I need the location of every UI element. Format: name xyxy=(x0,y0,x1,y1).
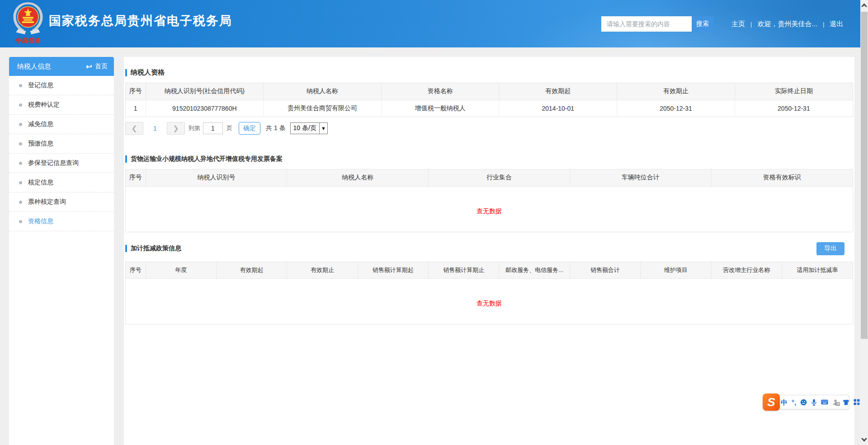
column-header: 邮政服务、电信服务... xyxy=(499,262,570,279)
confirm-page-button[interactable]: 确定 xyxy=(239,122,260,135)
sidebar-item-资格信息[interactable]: 资格信息 xyxy=(9,212,114,231)
sidebar: 纳税人信息 ↩ 首页 登记信息税费种认定减免信息预缴信息参保登记信息查询核定信息… xyxy=(9,57,114,445)
chinese-mode-icon[interactable]: 中 xyxy=(781,399,788,406)
sidebar-item-label: 预缴信息 xyxy=(28,140,53,148)
table-row: 191520102308777860H贵州美佳合商贸有限公司增值税一般纳税人20… xyxy=(126,100,853,117)
welcome-user-text: 欢迎，贵州美佳合... xyxy=(757,20,817,28)
sidebar-item-税费种认定[interactable]: 税费种认定 xyxy=(9,95,114,115)
table-cell: 1 xyxy=(126,100,146,117)
data-table: 序号年度有效期起有效期止销售额计算期起销售额计算期止邮政服务、电信服务...销售… xyxy=(126,262,853,279)
table-cell: 2050-12-31 xyxy=(735,100,853,117)
next-page-button[interactable]: ❯ xyxy=(167,122,185,135)
chevron-down-icon: ▼ xyxy=(319,123,327,134)
no-data-text: 查无数据 xyxy=(126,207,853,215)
sidebar-item-label: 核定信息 xyxy=(28,178,53,187)
export-button[interactable]: 导出 xyxy=(816,242,844,255)
sidebar-item-label: 税费种认定 xyxy=(28,101,60,109)
section-title-freight-transport-filing: 货物运输业小规模纳税人异地代开增值税专用发票备案 xyxy=(125,155,853,163)
freight-transport-table: 序号纳税人识别号纳税人名称行业集合车辆吨位合计资格有效标识 查无数据 xyxy=(125,169,853,232)
column-header: 有效期起 xyxy=(499,83,617,100)
sidebar-home-label: 首页 xyxy=(95,62,108,70)
bullet-icon xyxy=(19,123,22,126)
sidebar-item-参保登记信息查询[interactable]: 参保登记信息查询 xyxy=(9,154,114,173)
nav-separator: | xyxy=(823,21,824,28)
column-header: 资格有效标识 xyxy=(711,169,853,186)
scroll-up-arrow-icon[interactable] xyxy=(860,2,868,9)
prev-page-button[interactable]: ❮ xyxy=(125,122,143,135)
column-header: 销售额计算期止 xyxy=(429,262,499,279)
bullet-icon xyxy=(19,103,22,107)
sidebar-item-预缴信息[interactable]: 预缴信息 xyxy=(9,134,114,154)
column-header: 有效期起 xyxy=(216,262,287,279)
column-header: 纳税人识别号(社会信用代码) xyxy=(146,83,264,100)
column-header: 行业集合 xyxy=(429,169,570,186)
sidebar-item-减免信息[interactable]: 减免信息 xyxy=(9,115,114,134)
table-header-row: 序号年度有效期起有效期止销售额计算期起销售额计算期止邮政服务、电信服务...销售… xyxy=(126,262,853,279)
microphone-icon[interactable] xyxy=(811,399,817,406)
home-link[interactable]: 主页 xyxy=(731,20,745,28)
logo-caption: 中国税务 xyxy=(7,37,49,45)
section-title-text: 货物运输业小规模纳税人异地代开增值税专用发票备案 xyxy=(131,155,283,163)
scrollbar-thumb[interactable] xyxy=(861,12,868,339)
scroll-down-arrow-icon[interactable] xyxy=(860,436,868,443)
site-search: 搜索 xyxy=(601,16,713,32)
title-accent-bar xyxy=(125,69,127,76)
logout-link[interactable]: 退出 xyxy=(830,20,843,28)
page-number-input[interactable] xyxy=(203,122,223,134)
search-input[interactable] xyxy=(601,16,692,32)
sidebar-item-票种核定查询[interactable]: 票种核定查询 xyxy=(9,192,114,212)
page-size-value: 10 条/页 xyxy=(291,124,319,132)
sidebar-item-label: 参保登记信息查询 xyxy=(28,159,79,167)
table-cell: 增值税一般纳税人 xyxy=(381,100,499,117)
column-header: 年度 xyxy=(146,262,216,279)
sogou-logo-icon[interactable]: S xyxy=(763,393,780,411)
sidebar-item-label: 资格信息 xyxy=(28,217,53,225)
sidebar-item-label: 减免信息 xyxy=(28,120,53,128)
column-header: 纳税人名称 xyxy=(287,169,429,186)
table-cell: 2050-12-31 xyxy=(617,100,735,117)
sidebar-item-label: 登记信息 xyxy=(28,81,53,89)
column-header: 有效期止 xyxy=(287,262,358,279)
bullet-icon xyxy=(19,84,22,87)
page-size-select[interactable]: 10 条/页 ▼ xyxy=(290,122,328,134)
keyboard-icon[interactable] xyxy=(821,399,828,405)
sidebar-home-link[interactable]: ↩ 首页 xyxy=(86,62,108,70)
back-arrow-icon: ↩ xyxy=(86,63,92,70)
no-data-text: 查无数据 xyxy=(126,300,853,308)
vertical-scrollbar[interactable] xyxy=(860,0,868,445)
data-table: 序号纳税人识别号(社会信用代码)纳税人名称资格名称有效期起有效期止实际终止日期1… xyxy=(126,83,853,117)
sidebar-item-核定信息[interactable]: 核定信息 xyxy=(9,173,114,192)
section-header-additional-deduction: 加计抵减政策信息 导出 xyxy=(125,242,853,255)
sidebar-item-登记信息[interactable]: 登记信息 xyxy=(9,76,114,95)
title-accent-bar xyxy=(125,245,127,252)
column-header: 车辆吨位合计 xyxy=(570,169,711,186)
section-title-text: 加计抵减政策信息 xyxy=(131,244,181,253)
column-header: 营改增主行业名称 xyxy=(711,262,782,279)
skin-icon[interactable] xyxy=(843,399,849,405)
punctuation-icon[interactable]: °, xyxy=(792,399,796,406)
emoji-icon[interactable] xyxy=(800,399,807,406)
column-header: 销售额计算期起 xyxy=(358,262,428,279)
bullet-icon xyxy=(19,181,22,184)
table-header-row: 序号纳税人识别号纳税人名称行业集合车辆吨位合计资格有效标识 xyxy=(126,169,853,186)
top-nav: 主页 | 欢迎，贵州美佳合... | 退出 xyxy=(731,16,843,32)
taxpayer-qualification-table: 序号纳税人识别号(社会信用代码)纳税人名称资格名称有效期起有效期止实际终止日期1… xyxy=(125,83,853,117)
account-icon[interactable]: 18 xyxy=(832,399,839,405)
column-header: 维护项目 xyxy=(641,262,711,279)
column-header: 资格名称 xyxy=(381,83,499,100)
table-cell: 91520102308777860H xyxy=(146,100,264,117)
bullet-icon xyxy=(19,220,22,223)
table-cell: 2014-10-01 xyxy=(499,100,617,117)
page-unit-label: 页 xyxy=(226,124,232,132)
page-title: 国家税务总局贵州省电子税务局 xyxy=(49,13,232,29)
bullet-icon xyxy=(19,162,22,165)
search-button[interactable]: 搜索 xyxy=(692,16,713,32)
column-header: 实际终止日期 xyxy=(735,83,853,100)
sidebar-header: 纳税人信息 ↩ 首页 xyxy=(9,57,114,76)
main-content: 纳税人资格 序号纳税人识别号(社会信用代码)纳税人名称资格名称有效期起有效期止实… xyxy=(124,57,854,445)
toolbox-icon[interactable] xyxy=(854,399,860,405)
current-page-number[interactable]: 1 xyxy=(143,125,167,132)
goto-page-label: 到第 xyxy=(189,124,200,132)
tax-bureau-logo: 中国税务 xyxy=(7,2,49,45)
column-header: 序号 xyxy=(126,262,146,279)
